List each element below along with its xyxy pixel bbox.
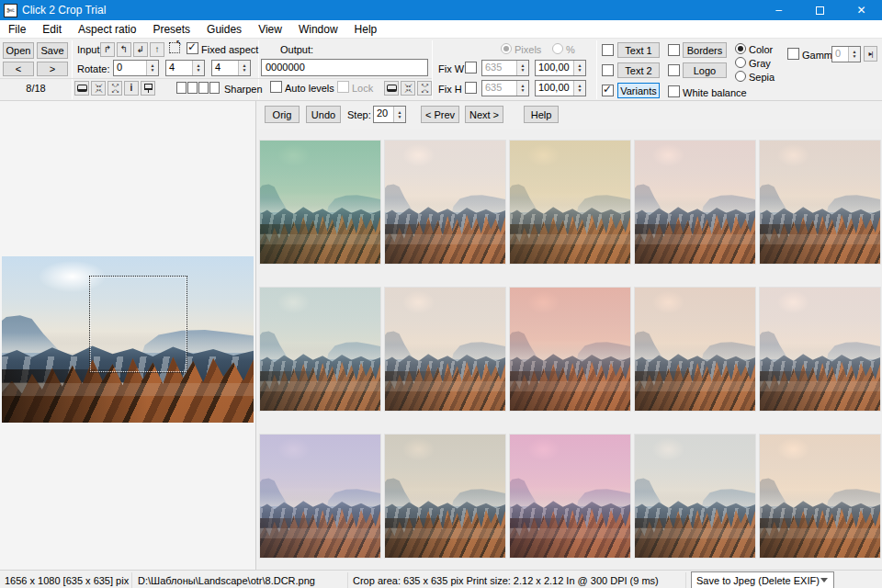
- menu-item-window[interactable]: Window: [290, 20, 346, 39]
- fixed-aspect-checkbox[interactable]: [187, 42, 198, 54]
- source-image[interactable]: [2, 256, 254, 423]
- variant-tint-overlay: [635, 435, 755, 558]
- gray-label: Gray: [749, 58, 771, 69]
- variant-tint-overlay: [510, 141, 630, 264]
- variant-thumbnail-pale-pink-tint[interactable]: [384, 140, 506, 265]
- open-button[interactable]: Open: [3, 42, 34, 59]
- prev-image-button[interactable]: <: [3, 62, 34, 76]
- fix-h-percent-spinner[interactable]: 100,00▲▼: [535, 80, 586, 96]
- help-button[interactable]: Help: [524, 106, 559, 123]
- gamma-apply-icon[interactable]: ▸|: [864, 46, 877, 62]
- info-icon[interactable]: i: [124, 81, 139, 96]
- save-format-dropdown[interactable]: Save to Jpeg (Delete EXIF): [691, 571, 834, 588]
- text1-button[interactable]: Text 1: [617, 42, 660, 58]
- sharpen-level-4[interactable]: [209, 82, 220, 94]
- step-spinner[interactable]: 20▲▼: [373, 106, 406, 123]
- aspect-h-spinner[interactable]: 4▲▼: [211, 60, 251, 76]
- percent-radio[interactable]: [552, 43, 563, 54]
- variants-button[interactable]: Variants: [617, 83, 660, 98]
- logo-checkbox[interactable]: [668, 64, 680, 76]
- output-field[interactable]: 0000000: [261, 59, 428, 76]
- rotate-spinner[interactable]: 0▲▼: [113, 60, 159, 76]
- crop-selection-rect[interactable]: [89, 276, 187, 373]
- orig-button[interactable]: Orig: [265, 106, 300, 123]
- next-variant-button[interactable]: Next >: [465, 106, 503, 123]
- undo-button[interactable]: Undo: [306, 106, 341, 123]
- menu-item-guides[interactable]: Guides: [198, 20, 250, 39]
- borders-button[interactable]: Borders: [683, 42, 727, 58]
- rotate-cw-icon[interactable]: ↲: [133, 42, 148, 57]
- aspect-w-spinner[interactable]: 4▲▼: [165, 60, 205, 76]
- variant-thumbnail-rose-tint[interactable]: [759, 287, 881, 412]
- menu-item-file[interactable]: File: [0, 20, 34, 39]
- minimize-button[interactable]: –: [758, 0, 799, 20]
- pixels-radio[interactable]: [501, 43, 512, 54]
- sharpen-level-2[interactable]: [187, 82, 198, 94]
- variants-checkbox[interactable]: [602, 85, 614, 96]
- variant-thumbnail-amber-tint[interactable]: [509, 140, 631, 265]
- fit-screen-2-icon[interactable]: [384, 81, 399, 96]
- zoom-expand-2-icon[interactable]: ↖↗↙↘: [417, 81, 432, 96]
- text2-checkbox[interactable]: [602, 64, 614, 76]
- fix-h-checkbox[interactable]: [465, 82, 477, 94]
- variant-tint-overlay: [760, 435, 880, 558]
- next-image-button[interactable]: >: [37, 62, 68, 76]
- borders-checkbox[interactable]: [668, 44, 680, 56]
- variant-tint-overlay: [510, 435, 630, 558]
- zoom-collapse-2-icon[interactable]: ↘↙↗↖: [401, 81, 415, 96]
- menu-item-view[interactable]: View: [250, 20, 290, 39]
- fix-w-value-spinner[interactable]: 635▲▼: [481, 60, 529, 76]
- fixed-aspect-label: Fixed aspect: [201, 44, 258, 55]
- sharpen-level-3[interactable]: [198, 82, 209, 94]
- gamma-spinner[interactable]: 0▲▼: [831, 46, 861, 62]
- variant-thumbnail-neutral-tint[interactable]: [634, 434, 756, 559]
- fix-h-value-spinner[interactable]: 635▲▼: [481, 80, 529, 96]
- variant-thumbnail-apricot-tint[interactable]: [634, 287, 756, 412]
- color-radio[interactable]: [735, 43, 746, 54]
- rotate-right-icon[interactable]: ↱: [100, 42, 115, 57]
- menu-item-aspect-ratio[interactable]: Aspect ratio: [70, 20, 144, 39]
- rotate-ccw-icon[interactable]: ↰: [117, 42, 131, 57]
- auto-levels-checkbox[interactable]: [270, 81, 282, 93]
- sharpen-level-1[interactable]: [176, 82, 187, 94]
- variant-thumbnail-green-tint[interactable]: [259, 140, 381, 265]
- sharpen-label: Sharpen: [224, 84, 263, 95]
- color-label: Color: [749, 44, 773, 55]
- text2-button[interactable]: Text 2: [617, 62, 660, 78]
- logo-button[interactable]: Logo: [683, 62, 727, 78]
- fit-screen-icon[interactable]: [74, 81, 89, 96]
- prev-variant-button[interactable]: < Prev: [421, 106, 459, 123]
- variant-tint-overlay: [385, 435, 505, 558]
- menu-item-presets[interactable]: Presets: [144, 20, 198, 39]
- variant-thumbnail-soft-peach-tint[interactable]: [384, 287, 506, 412]
- lock-checkbox[interactable]: [337, 81, 349, 93]
- fit-height-icon[interactable]: [141, 81, 155, 96]
- fix-w-checkbox[interactable]: [465, 62, 477, 74]
- variant-thumbnail-tan-tint[interactable]: [384, 434, 506, 559]
- close-button[interactable]: ✕: [841, 0, 882, 20]
- flip-up-icon[interactable]: ↑: [150, 42, 164, 57]
- variant-thumbnail-coral-tint[interactable]: [509, 287, 631, 412]
- menu-item-help[interactable]: Help: [346, 20, 386, 39]
- gamma-checkbox[interactable]: [787, 48, 799, 60]
- variant-tint-overlay: [385, 288, 505, 411]
- variant-thumbnail-warm-peach-tint[interactable]: [759, 434, 881, 559]
- variant-thumbnail-grey-teal-tint[interactable]: [259, 287, 381, 412]
- sepia-radio[interactable]: [735, 71, 746, 82]
- maximize-button[interactable]: [799, 0, 841, 20]
- variant-thumbnail-salmon-tint[interactable]: [634, 140, 756, 265]
- white-balance-checkbox[interactable]: [668, 85, 680, 97]
- variant-thumbnail-peach-tint[interactable]: [759, 140, 881, 265]
- window-title: Click 2 Crop Trial: [22, 4, 106, 17]
- variant-thumbnail-lavender-tint[interactable]: [259, 434, 381, 559]
- crop-selection-icon[interactable]: [169, 42, 180, 53]
- gray-radio[interactable]: [735, 57, 746, 68]
- text1-checkbox[interactable]: [602, 44, 614, 56]
- menu-item-edit[interactable]: Edit: [34, 20, 70, 39]
- variant-thumbnail-magenta-tint[interactable]: [509, 434, 631, 559]
- fix-w-percent-spinner[interactable]: 100,00▲▼: [535, 60, 586, 76]
- save-button[interactable]: Save: [37, 42, 68, 59]
- white-balance-label: White balance: [683, 87, 747, 98]
- zoom-expand-icon[interactable]: ↖↗↙↘: [107, 81, 122, 96]
- zoom-collapse-icon[interactable]: ↘↙↗↖: [91, 81, 106, 96]
